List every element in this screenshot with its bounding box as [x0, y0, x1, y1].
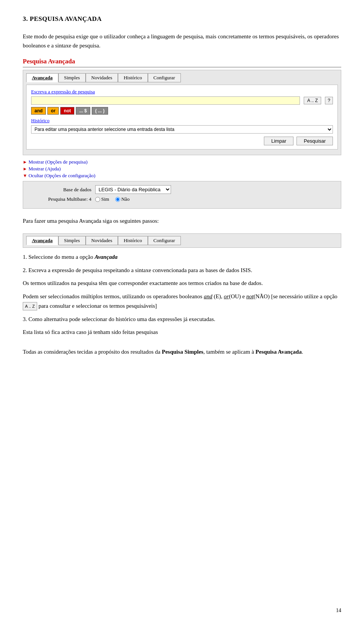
step4-mid3: (NÃO) [se necessário utilize a opção — [254, 293, 337, 299]
tab-novidades-2[interactable]: Novidades — [86, 236, 118, 245]
and-button[interactable]: and — [31, 107, 46, 115]
step7-end: . — [302, 349, 303, 355]
historico-select[interactable]: Para editar uma pesquisa anterior selecc… — [31, 125, 333, 134]
search-ui-container: Avançada Simples Novidades Histórico Con… — [23, 70, 341, 155]
show-search-options: ► Mostrar (Opções de pesquisa) — [23, 159, 341, 165]
step7-mid: , também se aplicam à — [203, 349, 255, 355]
multibase-row: Pesquisa Multibase: 4 Sim Não — [31, 196, 333, 202]
intro-paragraph: Este modo de pesquisa exige que o utiliz… — [23, 32, 341, 50]
arrow-down-icon: ▼ — [23, 173, 27, 178]
config-box: Base de dados LEGIS - Diário da Repúblic… — [23, 181, 341, 209]
tab-avancada-1[interactable]: Avançada — [26, 73, 58, 82]
step5-num: 3. — [23, 316, 27, 322]
search-button[interactable]: Pesquisar — [297, 137, 333, 145]
tab-avancada-2[interactable]: Avançada — [26, 236, 58, 245]
step5-paragraph: 3. Como alternativa pode seleccionar do … — [23, 315, 341, 324]
step4-and: and — [204, 293, 212, 299]
second-tab-section: Avançada Simples Novidades Histórico Con… — [23, 233, 341, 248]
form-actions: Limpar Pesquisar — [31, 137, 333, 145]
step4-pre: Podem ser seleccionados múltiplos termos… — [23, 293, 204, 299]
form-area: Escreva a expressão de pesquisa A .. Z ?… — [26, 85, 338, 150]
dollar-button[interactable]: ... $ — [76, 107, 90, 115]
tab-simples-2[interactable]: Simples — [58, 236, 86, 245]
step2-text: 2. Escreva a expressão de pesquisa respe… — [23, 267, 252, 273]
tab-historico-2[interactable]: Histórico — [118, 236, 147, 245]
arrow-right-icon-2: ► — [23, 166, 27, 172]
radio-nao[interactable] — [115, 197, 120, 202]
tab-bar-1: Avançada Simples Novidades Histórico Con… — [26, 73, 338, 82]
operator-row: and or not ... $ ( ... ) — [31, 107, 333, 115]
step3-text: Os termos utilizados na pesquisa têm que… — [23, 280, 263, 286]
clear-button[interactable]: Limpar — [264, 137, 293, 145]
step7-paragraph: Todas as considerações tecidas a propósi… — [23, 347, 341, 357]
toggle-links: ► Mostrar (Opções de pesquisa) ► Mostrar… — [23, 159, 341, 179]
radio-sim[interactable] — [95, 197, 100, 202]
paren-button[interactable]: ( ... ) — [92, 107, 108, 115]
step3-paragraph: Os termos utilizados na pesquisa têm que… — [23, 279, 341, 288]
multibase-label: Pesquisa Multibase: 4 — [31, 196, 91, 202]
show-search-link[interactable]: Mostrar (Opções de pesquisa) — [28, 159, 88, 165]
step6-text: Esta lista só fica activa caso já tenham… — [23, 329, 158, 335]
tab-simples-1[interactable]: Simples — [58, 73, 86, 82]
search-expression-input[interactable] — [31, 96, 300, 105]
hide-config-link[interactable]: Ocultar (Opções de configuração) — [28, 173, 96, 178]
step1-text: 1. Seleccione do menu a opção — [23, 254, 95, 260]
tab-historico-1[interactable]: Histórico — [118, 73, 147, 82]
steps-intro: Para fazer uma pesquisa Avançada siga os… — [23, 216, 341, 226]
step1-paragraph: 1. Seleccione do menu a opção Avançada — [23, 252, 341, 262]
hide-config-options: ▼ Ocultar (Opções de configuração) — [23, 173, 341, 179]
radio-sim-label[interactable]: Sim — [95, 196, 109, 202]
database-label: Base de dados — [31, 187, 91, 193]
step4-paragraph: Podem ser seleccionados múltiplos termos… — [23, 292, 341, 311]
search-input-row: A .. Z ? — [31, 96, 333, 105]
step4-end: para consultar e seleccionar os termos p… — [37, 303, 157, 309]
page-number: 14 — [336, 608, 341, 614]
step1-bold: Avançada — [95, 254, 118, 260]
step7-bold: Pesquisa Simples — [162, 349, 204, 355]
show-help-link[interactable]: Mostrar (Ajuda) — [28, 166, 61, 172]
radio-nao-text: Não — [121, 196, 130, 202]
tab-novidades-1[interactable]: Novidades — [86, 73, 118, 82]
step7-pre: Todas as considerações tecidas a propósi… — [23, 349, 162, 355]
database-row: Base de dados LEGIS - Diário da Repúblic… — [31, 185, 333, 194]
step4-mid2: (OU) e — [229, 293, 246, 299]
or-button[interactable]: or — [47, 107, 59, 115]
help-button[interactable]: ? — [325, 97, 333, 104]
arrow-right-icon-1: ► — [23, 159, 27, 165]
step4-mid1: (E), — [212, 293, 224, 299]
radio-sim-text: Sim — [101, 196, 109, 202]
pesquisa-avancada-header: Pesquisa Avançada — [23, 58, 341, 68]
step4-or: or — [224, 293, 229, 299]
step4-az-inline: A .. Z — [23, 302, 37, 310]
step2-paragraph: 2. Escreva a expressão de pesquisa respe… — [23, 266, 341, 275]
tab-configurar-1[interactable]: Configurar — [148, 73, 181, 82]
historico-label: Histórico — [31, 118, 333, 124]
expression-label: Escreva a expressão de pesquisa — [31, 89, 333, 95]
radio-nao-label[interactable]: Não — [115, 196, 130, 202]
step7-bold2: Pesquisa Avançada — [256, 349, 302, 355]
step4-not: not — [246, 293, 253, 299]
tab-bar-2-container: Avançada Simples Novidades Histórico Con… — [23, 233, 341, 248]
az-button[interactable]: A .. Z — [304, 97, 321, 104]
not-button[interactable]: not — [60, 107, 74, 115]
database-select[interactable]: LEGIS - Diário da República — [95, 185, 171, 194]
tab-bar-2: Avançada Simples Novidades Histórico Con… — [26, 236, 338, 245]
page-title: 3. PESQUISA AVANÇADA — [23, 15, 341, 23]
tab-configurar-2[interactable]: Configurar — [148, 236, 181, 245]
show-help-options: ► Mostrar (Ajuda) — [23, 166, 341, 172]
step6-paragraph: Esta lista só fica activa caso já tenham… — [23, 327, 341, 337]
radio-group: Sim Não — [95, 196, 130, 202]
step5-text: Como alternativa pode seleccionar do his… — [27, 316, 215, 322]
